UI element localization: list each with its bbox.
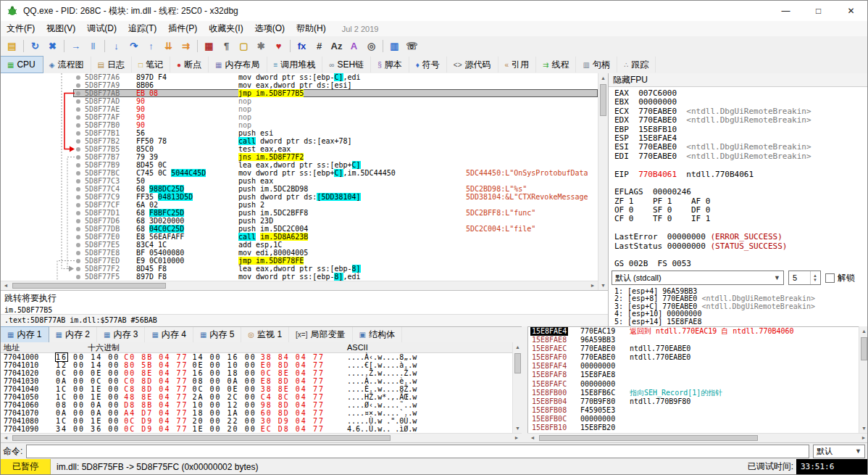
stack-row[interactable]: 15E8FAE896A59BB3 [528, 336, 859, 344]
memory-row[interactable]: 770410700A 00 0A 00A4 D7 04 7718 00 1A 0… [1, 409, 512, 417]
scrollbar-thumb[interactable] [539, 435, 758, 441]
tab-graph[interactable]: ◈流程图 [43, 57, 91, 73]
tab-watch-1[interactable]: ◎监视 1 [241, 327, 289, 343]
disasm-row[interactable]: 5D8F77D168 F8BFC25Dpush im.5DC2BFF85DC2B… [1, 209, 598, 217]
comment-icon[interactable]: ¶ [218, 38, 235, 54]
disasm-row[interactable]: 5D8F77CF6A 02push 2 [1, 201, 598, 209]
disasm-row[interactable]: 5D8F77B090nop [1, 121, 598, 129]
scrollbar-thumb[interactable] [12, 435, 391, 441]
disasm-row[interactable]: 5D8F77B585C0test eax,eax [1, 145, 598, 153]
stop-icon[interactable]: ✖ [44, 38, 61, 54]
scrollbar-thumb[interactable] [514, 353, 521, 373]
calling-convention-select[interactable]: 默认 (stdcall) ▼ [612, 270, 784, 285]
disasm-row[interactable]: 5D8F77AE90nop [1, 105, 598, 113]
command-profile-select[interactable]: 默认 ▼ [813, 445, 865, 458]
disasm-row[interactable]: 5D8F77E8BF 05400080mov edi,80004005 [1, 249, 598, 257]
disasm-row[interactable]: 5D8F77C468 988DC25Dpush im.5DC2BD985DC2B… [1, 185, 598, 193]
scroll-up-arrow[interactable]: ▲ [598, 73, 608, 83]
minimize-button[interactable]: — [769, 1, 802, 21]
disasm-row[interactable]: 5D8F77ABEB 08jmp im.5D8F77B5 [1, 89, 598, 97]
run-icon[interactable]: → [67, 38, 84, 54]
disasm-row[interactable]: 5D8F77F5897D F8mov dword ptr ss:[ebp-8],… [1, 273, 598, 281]
menu-item[interactable]: 收藏夹(I) [203, 21, 249, 36]
tab-references[interactable]: «引用 [498, 57, 537, 73]
stack-row[interactable]: 15E8FAF0770EABE0ntdll.770EABE0 [528, 353, 859, 362]
disasm-row[interactable]: 5D8F77DB68 04C0C25Dpush im.5DC2C0045DC2C… [1, 225, 598, 233]
pause-icon[interactable]: ‖ [85, 38, 101, 54]
scroll-left-arrow[interactable]: ◄ [1, 434, 11, 442]
disasm-vertical-scrollbar[interactable]: ▲ ▼ [598, 73, 608, 290]
register-line[interactable]: LastStatus 00000000 (STATUS_SUCCESS) [614, 242, 867, 251]
tab-handles[interactable]: ▥句柄 [576, 57, 617, 73]
trace-over-icon[interactable]: ⇉ [178, 38, 194, 54]
tab-struct[interactable]: ▣结构体 [353, 327, 402, 343]
stack-row[interactable]: 15E8FAF400000000 [528, 362, 859, 371]
stack-row[interactable]: 15E8FAF815E8FAE8 [528, 371, 859, 379]
restart-icon[interactable]: ↻ [27, 38, 43, 54]
stack-row[interactable]: 15E8FB0C00000000 [528, 415, 859, 424]
tab-cpu[interactable]: ▦CPU [1, 57, 43, 73]
disasm-row[interactable]: 5D8F77A98B06mov eax,dword ptr ds:[esi] [1, 81, 598, 89]
disasm-row[interactable]: 5D8F77C350push eax [1, 177, 598, 185]
tab-trace[interactable]: ∴跟踪 [617, 57, 656, 73]
tab-seh-chain[interactable]: ∞SEH链 [322, 57, 371, 73]
tab-memory-map[interactable]: ▦内存布局 [209, 57, 267, 73]
scroll-down-arrow[interactable]: ▼ [859, 424, 868, 433]
menu-item[interactable]: 追踪(T) [122, 21, 162, 36]
disasm-row[interactable]: 5D8F77BCC745 0C 5044C45Dmov dword ptr ss… [1, 169, 598, 177]
stack-row[interactable]: 15E8FB08F45905E3 [528, 406, 859, 415]
stack-row[interactable]: 15E8FAEC770EABE0ntdll.770EABE0 [528, 344, 859, 353]
tab-dump-2[interactable]: ▦内存 2 [49, 327, 96, 343]
scrollbar-thumb[interactable] [12, 283, 166, 289]
tab-dump-4[interactable]: ▦内存 4 [145, 327, 193, 343]
memory-row[interactable]: 770410801C 00 1E 000C D9 04 7720 00 22 0… [1, 417, 512, 425]
memory-row[interactable]: 770410300A 00 0C 00C0 8D 04 7708 00 0A 0… [1, 377, 512, 385]
menu-item[interactable]: 文件(F) [1, 21, 41, 36]
step-into-icon[interactable]: ↓ [108, 38, 125, 54]
disasm-row[interactable]: 5D8F77AD90nop [1, 97, 598, 105]
help-book-icon[interactable]: ▥ [386, 38, 403, 54]
memory-row[interactable]: 7704109034 00 36 000C D9 04 771E 00 20 0… [1, 425, 512, 433]
menu-item[interactable]: 视图(V) [41, 21, 81, 36]
disasm-row[interactable]: 5D8F77E0E8 56EAFAFFcall im.5D8A623B [1, 233, 598, 241]
assemble-icon[interactable]: A [346, 38, 362, 54]
tab-source[interactable]: <>源代码 [447, 57, 498, 73]
trace-into-icon[interactable]: ⇊ [160, 38, 177, 54]
scroll-down-arrow[interactable]: ▼ [598, 281, 608, 290]
scroll-right-arrow[interactable]: ► [588, 281, 598, 290]
tab-symbols[interactable]: ♦符号 [409, 57, 447, 73]
phone-icon[interactable]: ☏ [404, 38, 420, 54]
unlock-checkbox[interactable]: 解锁 [825, 272, 855, 284]
stack-row[interactable]: 15E8FB1015E8FB20 [528, 424, 859, 432]
memory-row[interactable]: 7704106008 00 0A 00D8 8B 04 7710 00 12 0… [1, 401, 512, 409]
close-button[interactable]: ✕ [835, 1, 867, 21]
register-line[interactable]: EDI 770EABE0 <ntdll.DbgUiRemoteBreakin> [614, 152, 867, 161]
disasm-row[interactable]: 5D8F77C9FF35 04813D5Dpush dword ptr ds:[… [1, 193, 598, 201]
tab-locals[interactable]: [x=]局部变量 [289, 327, 352, 343]
stack-row[interactable]: 15E8FAFC00000000 [528, 380, 859, 389]
disasm-horizontal-scrollbar[interactable]: ◄ ► [1, 281, 598, 290]
memory-row[interactable]: 7704101012 00 14 0080 5B 04 770E 00 10 0… [1, 361, 512, 369]
scroll-right-arrow[interactable]: ► [859, 434, 868, 442]
hide-fpu-button[interactable]: 隐藏FPU [609, 73, 868, 87]
menu-item[interactable]: 插件(P) [162, 21, 203, 36]
script-function-icon[interactable]: fx [293, 38, 310, 54]
menu-item[interactable]: 选项(O) [249, 21, 291, 36]
arg-count-spinner[interactable]: 5 ▲▼ [788, 270, 821, 285]
scroll-left-arrow[interactable]: ◄ [527, 434, 538, 442]
disasm-row[interactable]: 5D8F77E583C4 1Cadd esp,1C [1, 241, 598, 249]
disasm-row[interactable]: 5D8F77B156push esi [1, 129, 598, 137]
stack-vertical-scrollbar[interactable]: ▲ ▼ [859, 326, 868, 433]
memory-row[interactable]: 770410501C 00 1E 0048 8E 04 772A 00 2C 0… [1, 393, 512, 401]
hash-icon[interactable]: # [311, 38, 327, 54]
find-icon[interactable]: ◎ [363, 38, 380, 54]
tab-dump-5[interactable]: ▦内存 5 [193, 327, 241, 343]
memory-vertical-scrollbar[interactable]: ▲ ▼ [512, 342, 522, 433]
settings-icon[interactable]: ✱ [253, 38, 270, 54]
scrollbar-thumb[interactable] [600, 84, 606, 116]
disasm-row[interactable]: 5D8F77D668 3D020000push 23D [1, 217, 598, 225]
pane-splitter[interactable] [522, 326, 527, 442]
command-input[interactable] [26, 445, 809, 458]
stack-row[interactable]: 15E8FAE4770EAC19返回到 ntdll.770EAC19 自 ntd… [528, 327, 859, 336]
open-file-icon[interactable]: ▤ [4, 38, 20, 54]
